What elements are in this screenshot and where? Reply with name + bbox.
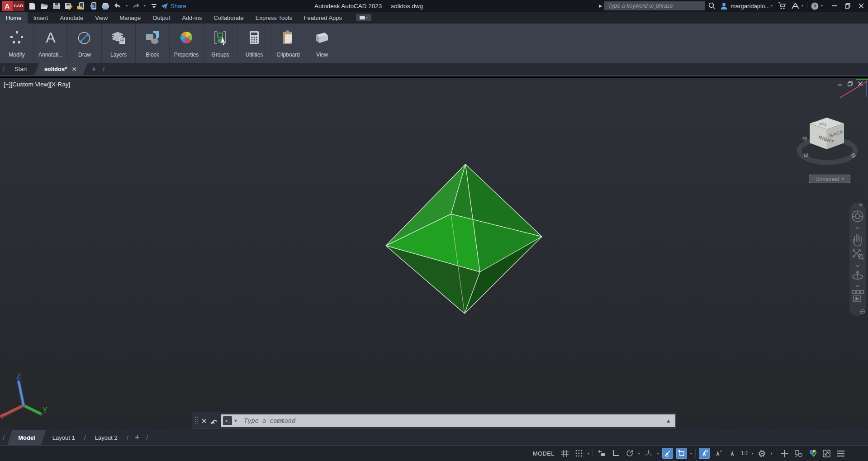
drawing-viewport[interactable]: [−] [Custom View] [X-Ray] S E N RIGHT BA… <box>0 78 868 430</box>
autocad-logo[interactable]: A CAD <box>2 1 24 11</box>
infer-constraints-button[interactable] <box>596 448 607 459</box>
panel-groups[interactable]: Groups <box>204 24 237 63</box>
polar-tracking-button[interactable] <box>624 448 635 459</box>
layout-tab-layout2[interactable]: Layout 2 <box>89 430 124 445</box>
layout-tab-layout1[interactable]: Layout 1 <box>46 430 81 445</box>
window-close-button[interactable] <box>854 0 868 12</box>
autocad-logo-a: A <box>2 1 13 11</box>
search-icon[interactable] <box>708 2 716 10</box>
ribbon-tab-home[interactable]: Home <box>0 12 28 24</box>
autodesk-logo-icon[interactable] <box>792 3 799 9</box>
workspace-gear-button[interactable] <box>757 448 768 459</box>
search-input[interactable] <box>604 1 705 10</box>
model-space-indicator[interactable]: MODEL <box>533 450 555 457</box>
command-prompt-icon[interactable]: >_ <box>223 416 232 425</box>
annotation-autoscale-button[interactable] <box>713 448 724 459</box>
solid-octahedron[interactable] <box>0 78 868 430</box>
new-drawing-tab-button[interactable]: + <box>88 64 100 74</box>
command-dropdown-icon[interactable]: ▼ <box>233 418 237 423</box>
plot-icon[interactable] <box>101 2 109 10</box>
panel-properties[interactable]: Properties <box>170 24 204 63</box>
graphics-performance-button[interactable] <box>807 448 818 459</box>
command-palette-grip[interactable] <box>194 416 199 426</box>
panel-draw[interactable]: Draw <box>68 24 102 63</box>
ribbon-display-toggle[interactable]: ▾ <box>356 14 371 21</box>
file-tab-solidos[interactable]: solidos* ✕ <box>34 63 88 75</box>
user-avatar-icon[interactable] <box>720 2 728 10</box>
isolate-objects-button[interactable] <box>793 448 804 459</box>
panel-annotation[interactable]: A Annotati... <box>34 24 68 63</box>
document-name: solidos.dwg <box>391 3 423 10</box>
annotation-visibility-button[interactable] <box>699 448 710 459</box>
modify-icon <box>9 27 25 48</box>
command-input-field[interactable]: >_ ▼ ▲ <box>221 414 675 427</box>
save-as-icon[interactable] <box>65 2 73 10</box>
ribbon-tab-bar: Home Insert Annotate View Manage Output … <box>0 12 868 24</box>
workspace-dropdown-icon[interactable]: ▾ <box>771 451 773 456</box>
undo-dropdown-icon[interactable]: ▾ <box>126 4 128 8</box>
object-snap-button[interactable] <box>676 448 687 459</box>
search-expand-icon[interactable]: ▶ <box>599 4 602 8</box>
panel-view[interactable]: View <box>305 24 339 63</box>
share-plane-icon <box>161 3 168 10</box>
polar-dropdown-icon[interactable]: ▾ <box>638 451 640 456</box>
isodraft-dropdown-icon[interactable]: ▾ <box>657 451 659 456</box>
undo-button[interactable] <box>114 2 122 10</box>
layout-tab-model[interactable]: Model <box>7 430 46 445</box>
ribbon-tab-collaborate[interactable]: Collaborate <box>208 12 250 24</box>
ribbon-tab-view[interactable]: View <box>89 12 114 24</box>
ribbon-tab-manage[interactable]: Manage <box>114 12 147 24</box>
cart-icon[interactable] <box>778 2 786 10</box>
ribbon-tab-insert[interactable]: Insert <box>28 12 54 24</box>
clean-screen-button[interactable] <box>821 448 832 459</box>
share-button[interactable]: Share <box>161 3 186 10</box>
annotation-scale-icon[interactable] <box>727 448 738 459</box>
customize-menu-button[interactable] <box>835 448 846 459</box>
snap-dropdown-icon[interactable]: ▾ <box>588 451 589 456</box>
user-name[interactable]: margaridaplo... <box>730 3 770 10</box>
new-layout-button[interactable]: + <box>131 432 143 442</box>
snap-mode-button[interactable] <box>574 448 584 459</box>
user-dropdown-icon[interactable]: ▾ <box>771 4 773 8</box>
window-minimize-button[interactable] <box>827 0 841 12</box>
ribbon-tab-annotate[interactable]: Annotate <box>54 12 89 24</box>
save-to-web-mobile-icon[interactable] <box>89 2 97 10</box>
clipboard-icon <box>280 27 296 48</box>
command-customize-wrench-icon[interactable] <box>210 417 218 425</box>
redo-dropdown-icon[interactable]: ▾ <box>144 4 146 8</box>
panel-block[interactable]: Block <box>136 24 170 63</box>
panel-modify[interactable]: Modify <box>0 24 34 63</box>
new-file-icon[interactable] <box>28 2 36 10</box>
help-dropdown-icon[interactable]: ▾ <box>821 4 823 8</box>
ribbon-tab-express-tools[interactable]: Express Tools <box>250 12 298 24</box>
save-icon[interactable] <box>52 2 61 10</box>
isometric-drafting-button[interactable] <box>643 448 654 459</box>
file-tab-start[interactable]: Start <box>7 63 34 75</box>
ribbon-tab-featured-apps[interactable]: Featured Apps <box>298 12 348 24</box>
command-history-toggle-icon[interactable]: ▲ <box>666 418 671 423</box>
redo-button[interactable] <box>132 2 140 10</box>
statusbar-separator-2 <box>695 449 696 457</box>
autodesk-dropdown-icon[interactable]: ▾ <box>802 4 803 8</box>
annotation-scale-value[interactable]: 1:1 <box>741 450 749 456</box>
panel-clipboard[interactable]: Clipboard <box>271 24 305 63</box>
file-tab-close-icon[interactable]: ✕ <box>71 66 77 73</box>
object-snap-tracking-button[interactable] <box>662 448 673 459</box>
grid-display-button[interactable] <box>560 448 570 459</box>
open-from-web-mobile-icon[interactable] <box>77 2 85 10</box>
scale-dropdown-icon[interactable]: ▾ <box>751 451 753 456</box>
command-input[interactable] <box>240 417 675 424</box>
ortho-mode-button[interactable] <box>610 448 621 459</box>
qat-customize-button[interactable] <box>150 2 158 10</box>
layout-slash-2: / <box>81 434 89 442</box>
window-restore-button[interactable] <box>841 0 854 12</box>
crosshair-plus-button[interactable] <box>779 448 790 459</box>
help-icon[interactable]: ? <box>811 2 819 10</box>
open-file-icon[interactable] <box>40 2 48 10</box>
panel-utilities[interactable]: Utilities <box>237 24 271 63</box>
ribbon-tab-output[interactable]: Output <box>147 12 176 24</box>
ribbon-tab-addins[interactable]: Add-ins <box>176 12 208 24</box>
panel-layers[interactable]: Layers <box>102 24 136 63</box>
command-palette-close-icon[interactable] <box>202 418 207 423</box>
osnap-dropdown-icon[interactable]: ▾ <box>690 451 692 456</box>
